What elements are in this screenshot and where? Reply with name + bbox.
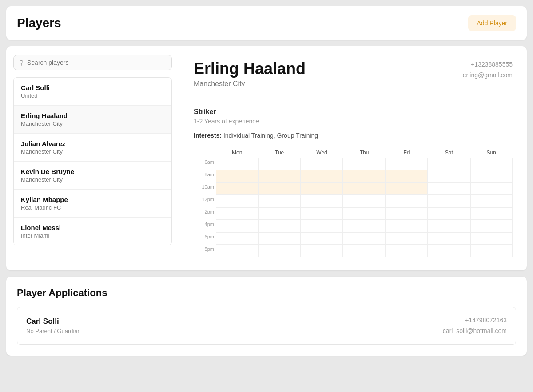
player-club: Manchester City: [21, 120, 164, 127]
schedule-day-header: Tue: [258, 148, 300, 158]
add-player-button[interactable]: Add Player: [468, 15, 516, 31]
schedule-cell: [386, 158, 428, 170]
schedule-time-label: 4pm: [194, 220, 216, 232]
player-name: Julian Alvarez: [21, 140, 164, 147]
detail-header: Erling Haaland Manchester City +13238885…: [194, 59, 513, 88]
header-card: Players Add Player: [6, 6, 527, 40]
schedule-cell: [343, 158, 385, 170]
schedule-cell: [216, 195, 258, 207]
schedule-cell: [428, 207, 470, 220]
schedule-cell: [216, 245, 258, 257]
schedule-cell: [386, 195, 428, 207]
application-item: Carl Solli No Parent / Guardian +1479807…: [17, 307, 516, 345]
detail-contact-block: +13238885555 erling@gmail.com: [463, 59, 513, 81]
schedule-cell: [301, 195, 343, 207]
list-item[interactable]: Julian Alvarez Manchester City: [14, 134, 171, 162]
schedule-cell: [428, 220, 470, 232]
schedule-cell: [258, 207, 300, 220]
detail-player-name: Erling Haaland: [194, 59, 306, 78]
detail-experience: 1-2 Years of experience: [194, 118, 513, 125]
schedule-day-header: Thu: [343, 148, 385, 158]
schedule-day-header: Wed: [301, 148, 343, 158]
schedule-cell: [470, 232, 513, 245]
main-card: ⚲ Carl Solli United Erling Haaland Manch…: [6, 46, 527, 270]
player-name: Erling Haaland: [21, 112, 164, 119]
schedule-section: MonTueWedThuFriSatSun6am8am10am12pm2pm4p…: [194, 148, 513, 257]
schedule-cell: [301, 158, 343, 170]
applicant-contact: +14798072163 carl_solli@hotmail.com: [443, 315, 507, 337]
player-name: Carl Solli: [21, 84, 164, 91]
schedule-time-label: 6am: [194, 158, 216, 170]
schedule-cell: [343, 195, 385, 207]
player-detail-panel: Erling Haaland Manchester City +13238885…: [179, 46, 527, 270]
player-club: Manchester City: [21, 148, 164, 155]
schedule-cell: [301, 220, 343, 232]
player-club: United: [21, 92, 164, 99]
player-club: Inter Miami: [21, 232, 164, 239]
applications-card: Player Applications Carl Solli No Parent…: [6, 277, 527, 356]
schedule-cell: [428, 195, 470, 207]
schedule-day-header: Sun: [470, 148, 513, 158]
schedule-cell: [258, 158, 300, 170]
schedule-cell: [428, 182, 470, 195]
schedule-cell: [470, 182, 513, 195]
player-club: Real Madric FC: [21, 204, 164, 211]
interests-value: Individual Training, Group Training: [223, 132, 318, 139]
schedule-cell: [301, 182, 343, 195]
schedule-corner: [194, 148, 216, 158]
detail-phone: +13238885555: [463, 59, 513, 70]
list-item[interactable]: Erling Haaland Manchester City: [14, 106, 171, 134]
applicant-email: carl_solli@hotmail.com: [443, 326, 507, 337]
schedule-cell: [428, 158, 470, 170]
schedule-cell: [343, 182, 385, 195]
detail-name-block: Erling Haaland Manchester City: [194, 59, 306, 88]
applicant-phone: +14798072163: [443, 315, 507, 326]
list-item[interactable]: Kylian Mbappe Real Madric FC: [14, 190, 171, 218]
schedule-cell: [386, 182, 428, 195]
list-item[interactable]: Carl Solli United: [14, 78, 171, 106]
detail-email: erling@gmail.com: [463, 70, 513, 81]
schedule-cell: [258, 232, 300, 245]
schedule-cell: [470, 170, 513, 182]
applicant-guardian: No Parent / Guardian: [26, 328, 81, 334]
schedule-cell: [301, 207, 343, 220]
detail-divider: [194, 99, 513, 99]
schedule-cell: [386, 170, 428, 182]
schedule-cell: [470, 220, 513, 232]
player-club: Manchester City: [21, 176, 164, 183]
schedule-cell: [301, 170, 343, 182]
schedule-cell: [428, 245, 470, 257]
applicant-info: Carl Solli No Parent / Guardian: [26, 317, 81, 334]
schedule-cell: [428, 170, 470, 182]
schedule-time-label: 12pm: [194, 195, 216, 207]
player-list: Carl Solli United Erling Haaland Manches…: [13, 77, 172, 245]
schedule-grid: MonTueWedThuFriSatSun6am8am10am12pm2pm4p…: [194, 148, 513, 257]
schedule-day-header: Fri: [386, 148, 428, 158]
schedule-day-header: Sat: [428, 148, 470, 158]
applications-title: Player Applications: [17, 287, 516, 299]
schedule-time-label: 10am: [194, 182, 216, 195]
search-input[interactable]: [27, 59, 166, 66]
schedule-cell: [258, 220, 300, 232]
schedule-cell: [470, 158, 513, 170]
schedule-cell: [301, 245, 343, 257]
applications-list: Carl Solli No Parent / Guardian +1479807…: [17, 307, 516, 345]
schedule-cell: [216, 182, 258, 195]
schedule-cell: [343, 232, 385, 245]
schedule-cell: [216, 220, 258, 232]
schedule-cell: [258, 170, 300, 182]
detail-interests: Interests: Individual Training, Group Tr…: [194, 132, 513, 139]
schedule-cell: [301, 232, 343, 245]
detail-player-club: Manchester City: [194, 80, 306, 88]
schedule-time-label: 8pm: [194, 245, 216, 257]
schedule-cell: [343, 245, 385, 257]
schedule-cell: [343, 170, 385, 182]
schedule-cell: [343, 207, 385, 220]
schedule-cell: [428, 232, 470, 245]
player-list-panel: ⚲ Carl Solli United Erling Haaland Manch…: [6, 46, 179, 270]
list-item[interactable]: Kevin De Bruyne Manchester City: [14, 162, 171, 190]
schedule-cell: [386, 245, 428, 257]
schedule-time-label: 6pm: [194, 232, 216, 245]
schedule-cell: [386, 220, 428, 232]
list-item[interactable]: Lionel Messi Inter Miami: [14, 218, 171, 245]
